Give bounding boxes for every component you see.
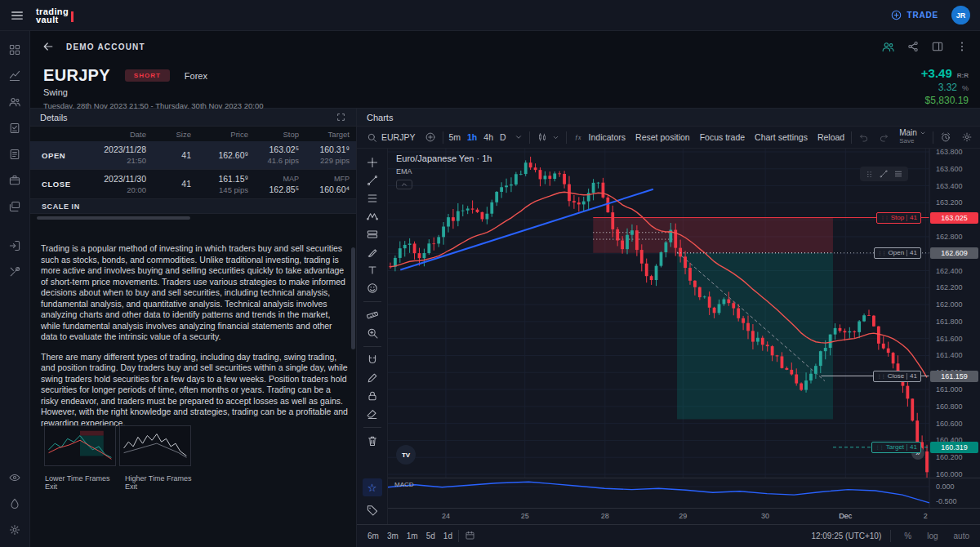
undo-button[interactable] — [853, 127, 874, 149]
svg-text:0.000: 0.000 — [936, 483, 955, 491]
visibility-icon[interactable] — [4, 467, 25, 488]
edit-pencil-icon[interactable] — [362, 369, 383, 387]
tools-icon[interactable] — [4, 261, 25, 282]
text-icon[interactable] — [362, 261, 383, 279]
attachment-thumbnail-lower-tf[interactable] — [44, 425, 116, 466]
eraser-icon[interactable] — [362, 405, 383, 423]
log-scale-button[interactable]: log — [923, 525, 942, 547]
drag-handle-icon[interactable] — [865, 170, 874, 179]
range-5d-button[interactable]: 5d — [422, 525, 439, 547]
reset-position-button[interactable]: Reset position — [630, 127, 695, 149]
kebab-menu-icon[interactable] — [956, 40, 969, 53]
range-1d-button[interactable]: 1d — [439, 525, 457, 547]
timeframe-d-button[interactable]: D — [497, 127, 510, 149]
backtesting-icon[interactable] — [4, 170, 25, 191]
focus-trade-button[interactable]: Focus trade — [695, 127, 750, 149]
magnet-icon[interactable] — [362, 351, 383, 369]
collections-icon[interactable] — [4, 196, 25, 217]
svg-text:163.800: 163.800 — [936, 149, 963, 156]
chart-bottom-bar: 6m 3m 1m 5d 1d 12:09:25 (UTC+10) % log a… — [357, 524, 980, 547]
layout-columns-icon[interactable] — [931, 40, 944, 53]
trade-history-icon[interactable] — [4, 118, 25, 139]
measure-icon[interactable] — [362, 306, 383, 324]
back-arrow-icon[interactable] — [42, 40, 55, 53]
appearance-icon[interactable] — [4, 493, 25, 514]
table-horizontal-scrollbar[interactable] — [37, 216, 190, 220]
open-level-chip[interactable]: ⋮⋮Open41 — [874, 247, 921, 259]
layout-selector[interactable]: Main Save — [894, 129, 931, 145]
settings-gear-button[interactable] — [956, 127, 978, 149]
attachment-thumbnail-higher-tf[interactable] — [119, 425, 191, 466]
auto-scale-button[interactable]: auto — [950, 525, 973, 547]
mfp-value: 160.60⁴ — [319, 185, 350, 194]
fib-retracement-icon[interactable] — [362, 189, 383, 207]
stop-level-chip[interactable]: ⋮⋮Stop41 — [876, 212, 921, 224]
ema-indicator-label[interactable]: EMA — [396, 167, 492, 176]
settings-icon[interactable] — [4, 519, 25, 540]
trend-line-icon[interactable] — [362, 171, 383, 189]
journal-icon[interactable] — [4, 144, 25, 165]
emoji-icon[interactable] — [362, 279, 383, 297]
time-axis[interactable]: 2425282930Dec2 — [388, 508, 980, 524]
import-trades-icon[interactable] — [4, 235, 25, 256]
range-3m-button[interactable]: 3m — [383, 525, 403, 547]
symbol-search-button[interactable]: EURJPY — [362, 127, 420, 149]
zoom-in-icon[interactable] — [362, 324, 383, 342]
share-users-icon[interactable] — [881, 40, 895, 54]
open-target: 160.31⁹ — [319, 145, 350, 154]
hamburger-menu-icon[interactable] — [10, 8, 24, 23]
app-logo[interactable]: trading vault — [36, 7, 74, 24]
target-price-tag: 160.319 — [930, 442, 978, 453]
close-level-chip[interactable]: ⋮⋮Close41 — [873, 371, 921, 382]
chart-style-button[interactable] — [532, 127, 564, 149]
draw-line-icon[interactable] — [879, 169, 889, 179]
layout-save-label[interactable]: Save — [899, 137, 914, 145]
tags-icon[interactable] — [362, 501, 383, 519]
timeframe-5m-button[interactable]: 5m — [445, 127, 464, 149]
chart-area[interactable]: 163.800163.600163.400163.200163.000162.8… — [388, 149, 980, 478]
dashboard-icon[interactable] — [4, 39, 25, 60]
trade-button[interactable]: TRADE — [890, 9, 938, 21]
chart-pair-title[interactable]: Euro/Japanese Yen · 1h — [396, 153, 492, 163]
details-fullscreen-icon[interactable] — [336, 112, 346, 122]
legend-collapse-button[interactable] — [396, 180, 412, 189]
indicators-button[interactable]: ƒx Indicators — [568, 127, 631, 149]
trash-icon[interactable] — [362, 432, 383, 450]
go-to-date-button[interactable] — [461, 525, 479, 547]
target-level-chip[interactable]: ⋮⋮Target41 — [871, 442, 921, 453]
long-short-position-icon[interactable] — [362, 225, 383, 243]
layout-name: Main — [899, 129, 917, 137]
reload-button[interactable]: Reload — [813, 127, 849, 149]
user-avatar[interactable]: JR — [951, 6, 970, 24]
alert-button[interactable] — [935, 127, 956, 149]
timeframe-1h-button[interactable]: 1h — [464, 127, 480, 149]
xabcd-pattern-icon[interactable] — [362, 207, 383, 225]
details-vertical-scrollbar[interactable] — [351, 247, 355, 349]
chevron-down-icon — [552, 134, 559, 141]
crosshair-icon[interactable] — [362, 153, 383, 171]
compare-add-button[interactable] — [420, 127, 441, 149]
range-6m-button[interactable]: 6m — [363, 525, 383, 547]
clock-display[interactable]: 12:09:25 (UTC+10) — [811, 531, 881, 540]
brush-icon[interactable] — [362, 243, 383, 261]
range-1m-button[interactable]: 1m — [403, 525, 422, 547]
tradingview-logo[interactable]: TV — [396, 445, 416, 465]
plus-circle-icon — [890, 9, 902, 21]
chart-settings-button[interactable]: Chart settings — [750, 127, 813, 149]
macd-pane[interactable]: 0.000-0.500 MACD — [388, 478, 980, 508]
open-size: 41 — [153, 147, 198, 164]
performance-icon[interactable] — [4, 65, 25, 87]
percent-scale-button[interactable]: % — [900, 525, 915, 547]
svg-text:163.400: 163.400 — [936, 182, 963, 190]
timeframe-4h-button[interactable]: 4h — [480, 127, 497, 149]
macd-indicator-label[interactable]: MACD — [394, 481, 414, 488]
favorites-star-icon[interactable]: ☆ — [363, 478, 382, 496]
timeframe-more-button[interactable] — [510, 127, 528, 149]
community-icon[interactable] — [4, 91, 25, 113]
object-tree-icon[interactable] — [893, 169, 903, 179]
share-icon[interactable] — [906, 40, 920, 53]
redo-button[interactable] — [874, 127, 894, 149]
lock-icon[interactable] — [362, 387, 383, 405]
close-time: 20:00 — [127, 185, 146, 194]
scale-in-row[interactable]: SCALE IN — [30, 199, 356, 214]
